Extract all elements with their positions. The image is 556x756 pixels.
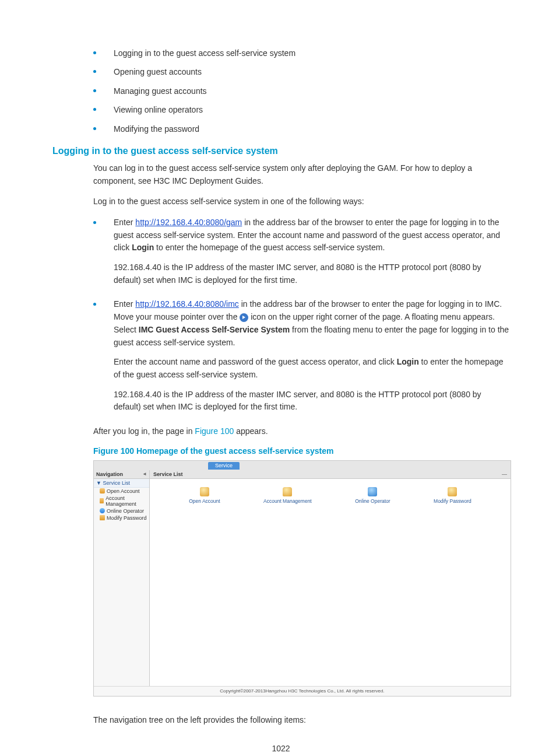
fig-nav-modify-password[interactable]: Modify Password	[94, 514, 149, 522]
fig-copyright-footer: Copyright©2007-2013Hangzhou H3C Technolo…	[94, 686, 511, 696]
bullet-item: Viewing online operators	[93, 103, 509, 116]
online-icon	[100, 508, 105, 513]
figure-100-ref[interactable]: Figure 100	[195, 426, 234, 436]
login-way-1-p1: Enter http://192.168.4.40:8080/gam in th…	[114, 216, 509, 254]
user-icon	[100, 488, 105, 494]
fig-icon-open-account[interactable]: Open Account	[189, 487, 220, 504]
login-bold: Login	[132, 243, 154, 252]
fig-icon-online-operator[interactable]: Online Operator	[355, 487, 390, 504]
imc-url-link[interactable]: http://192.168.4.40:8080/imc	[135, 299, 238, 309]
page-number: 1022	[52, 744, 509, 753]
intro-bullets: Logging in to the guest access self-serv…	[93, 47, 509, 135]
key-icon	[448, 487, 457, 496]
lock-icon	[100, 498, 104, 503]
fig-icon-modify-password[interactable]: Modify Password	[434, 487, 471, 504]
bullet-dot-icon	[93, 303, 96, 306]
imc-gam-bold: IMC Guest Access Self-Service System	[139, 325, 290, 334]
online-icon	[368, 487, 377, 496]
fig-nav-open-account[interactable]: Open Account	[94, 488, 149, 495]
fig-tabbar: Service	[94, 461, 511, 470]
figure-100-screenshot: Service Navigation ◄ ▼ Service List Open…	[93, 460, 511, 696]
bullet-item: Modifying the password	[93, 123, 509, 135]
bullet-text: Viewing online operators	[114, 103, 203, 116]
login-way-1-p2: 192.168.4.40 is the IP address of the ma…	[114, 261, 509, 286]
para-after-login: After you log in, the page in Figure 100…	[93, 425, 509, 438]
minimize-icon[interactable]: —	[502, 471, 507, 477]
key-icon	[100, 515, 105, 520]
lock-icon	[283, 487, 292, 496]
login-way-1: Enter http://192.168.4.40:8080/gam in th…	[93, 216, 509, 293]
section-heading: Logging in to the guest access self-serv…	[52, 146, 509, 156]
para-deploy-note: You can log in to the guest access self-…	[93, 162, 509, 187]
fig-main-panel: Service List — Open Account Account Mana…	[150, 470, 511, 686]
bullet-item: Opening guest accounts	[93, 65, 509, 78]
bullet-item: Logging in to the guest access self-serv…	[93, 47, 509, 60]
fig-nav-account-management[interactable]: Account Management	[94, 495, 149, 508]
bullet-text: Modifying the password	[114, 123, 199, 135]
fig-icon-account-management[interactable]: Account Management	[263, 487, 312, 504]
para-login-ways: Log in to the guest access self-service …	[93, 195, 509, 208]
login-bold: Login	[397, 357, 419, 366]
login-way-2-p3: 192.168.4.40 is the IP address of the ma…	[114, 388, 509, 414]
bullet-text: Logging in to the guest access self-serv…	[114, 47, 295, 60]
login-way-2-p1: Enter http://192.168.4.40:8080/imc in th…	[114, 298, 509, 349]
bullet-dot-icon	[93, 70, 96, 73]
gam-url-link[interactable]: http://192.168.4.40:8080/gam	[135, 218, 242, 227]
fig-nav-header: Navigation ◄	[94, 470, 149, 479]
fig-tab-service[interactable]: Service	[208, 462, 240, 470]
bullet-dot-icon	[93, 51, 96, 54]
arrow-circle-icon	[240, 313, 248, 322]
bullet-text: Opening guest accounts	[114, 65, 202, 78]
user-icon	[200, 487, 209, 496]
collapse-icon[interactable]: ◄	[142, 471, 147, 477]
bullet-text: Managing guest accounts	[114, 85, 207, 97]
figure-100-caption: Figure 100 Homepage of the guest access …	[93, 446, 509, 456]
bullet-dot-icon	[93, 108, 96, 111]
bullet-dot-icon	[93, 221, 96, 224]
login-way-2-p2: Enter the account name and password of t…	[114, 356, 509, 381]
fig-navigation-panel: Navigation ◄ ▼ Service List Open Account…	[94, 470, 150, 686]
bullet-dot-icon	[93, 89, 96, 92]
fig-nav-online-operator[interactable]: Online Operator	[94, 508, 149, 514]
bullet-item: Managing guest accounts	[93, 85, 509, 97]
fig-main-header: Service List —	[150, 470, 511, 479]
para-nav-tree-intro: The navigation tree on the left provides…	[93, 714, 509, 727]
bullet-dot-icon	[93, 127, 96, 130]
login-way-2: Enter http://192.168.4.40:8080/imc in th…	[93, 298, 509, 421]
fig-nav-group-service-list[interactable]: ▼ Service List	[94, 479, 149, 488]
